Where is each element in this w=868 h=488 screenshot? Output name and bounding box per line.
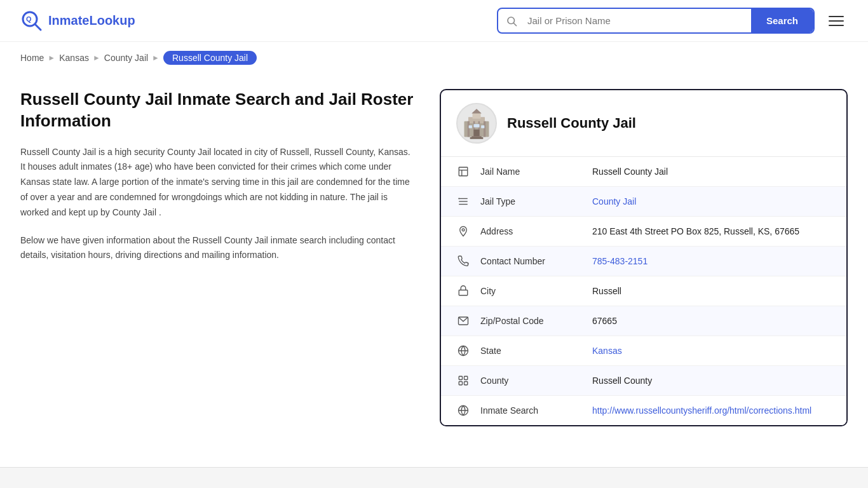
table-row: Address 210 East 4th Street PO Box 825, … bbox=[441, 217, 846, 247]
row-value-jail-type: County Jail bbox=[592, 196, 831, 207]
row-value-contact: 785-483-2151 bbox=[592, 256, 831, 266]
row-label-city: City bbox=[480, 286, 582, 296]
row-value-state: Kansas bbox=[592, 346, 831, 356]
inmate-search-link[interactable]: http://www.russellcountysheriff.org/html… bbox=[592, 405, 811, 416]
table-row: Jail Name Russell County Jail bbox=[441, 157, 846, 187]
breadcrumb-sep-1: ► bbox=[48, 53, 55, 62]
svg-rect-19 bbox=[459, 167, 468, 176]
mail-icon bbox=[456, 315, 470, 327]
search-button[interactable]: Search bbox=[751, 9, 813, 32]
site-header: Q InmateLookup Search bbox=[0, 0, 868, 42]
row-label-jail-type: Jail Type bbox=[480, 196, 582, 207]
breadcrumb-sep-2: ► bbox=[93, 53, 100, 62]
table-row: City Russell bbox=[441, 276, 846, 306]
svg-rect-27 bbox=[459, 290, 468, 295]
row-value-county: Russell County bbox=[592, 376, 831, 386]
header-right: Search bbox=[497, 8, 848, 34]
breadcrumb: Home ► Kansas ► County Jail ► Russell Co… bbox=[0, 42, 868, 74]
svg-rect-16 bbox=[473, 124, 479, 127]
svg-rect-10 bbox=[484, 121, 485, 137]
row-label-inmate-search: Inmate Search bbox=[480, 405, 582, 416]
footer-bar bbox=[0, 467, 868, 488]
svg-line-1 bbox=[35, 24, 41, 30]
jail-building-svg bbox=[460, 107, 493, 140]
svg-marker-8 bbox=[471, 109, 482, 113]
row-value-city: Russell bbox=[592, 286, 831, 296]
table-row: Zip/Postal Code 67665 bbox=[441, 306, 846, 336]
search-globe-icon bbox=[456, 405, 470, 416]
main-content: Russell County Jail Inmate Search and Ja… bbox=[0, 74, 868, 442]
list-icon bbox=[456, 196, 470, 207]
logo-link[interactable]: Q InmateLookup bbox=[20, 10, 135, 32]
table-row: State Kansas bbox=[441, 336, 846, 366]
row-label-contact: Contact Number bbox=[480, 256, 582, 266]
info-card-header: Russell County Jail bbox=[441, 90, 846, 157]
row-label-zip: Zip/Postal Code bbox=[480, 316, 582, 326]
info-card-title: Russell County Jail bbox=[507, 115, 636, 132]
row-value-jail-name: Russell County Jail bbox=[592, 166, 831, 177]
table-row: Inmate Search http://www.russellcountysh… bbox=[441, 396, 846, 425]
svg-rect-15 bbox=[481, 125, 484, 128]
right-panel: Russell County Jail Jail Name Russell Co… bbox=[440, 89, 848, 426]
left-panel: Russell County Jail Inmate Search and Ja… bbox=[20, 89, 440, 263]
svg-rect-32 bbox=[465, 376, 468, 379]
table-row: Jail Type County Jail bbox=[441, 187, 846, 217]
location-icon bbox=[456, 226, 470, 237]
city-icon bbox=[456, 285, 470, 297]
logo-text: InmateLookup bbox=[48, 13, 135, 28]
table-row: Contact Number 785-483-2151 bbox=[441, 247, 846, 276]
row-value-address: 210 East 4th Street PO Box 825, Russell,… bbox=[592, 226, 831, 236]
page-title: Russell County Jail Inmate Search and Ja… bbox=[20, 89, 414, 132]
svg-rect-9 bbox=[468, 121, 470, 137]
row-value-zip: 67665 bbox=[592, 316, 831, 326]
svg-point-26 bbox=[462, 229, 465, 231]
svg-rect-7 bbox=[473, 113, 481, 119]
county-jail-link[interactable]: County Jail bbox=[592, 196, 636, 207]
svg-rect-13 bbox=[473, 130, 479, 137]
svg-rect-31 bbox=[459, 376, 462, 379]
state-link[interactable]: Kansas bbox=[592, 346, 622, 356]
svg-point-3 bbox=[508, 17, 515, 24]
breadcrumb-home[interactable]: Home bbox=[20, 53, 44, 63]
row-label-jail-name: Jail Name bbox=[480, 166, 582, 177]
breadcrumb-sep-3: ► bbox=[152, 53, 159, 62]
row-label-address: Address bbox=[480, 226, 582, 236]
svg-rect-14 bbox=[469, 125, 472, 128]
svg-line-4 bbox=[514, 23, 517, 25]
search-bar-icon bbox=[498, 15, 525, 27]
hamburger-menu[interactable] bbox=[825, 12, 848, 30]
svg-point-25 bbox=[459, 198, 459, 199]
page-description-1: Russell County Jail is a high security C… bbox=[20, 145, 414, 220]
building-icon bbox=[456, 166, 470, 177]
svg-rect-34 bbox=[459, 382, 462, 385]
county-icon bbox=[456, 375, 470, 386]
phone-icon bbox=[456, 255, 470, 267]
svg-rect-18 bbox=[470, 137, 484, 139]
row-label-state: State bbox=[480, 346, 582, 356]
search-input[interactable] bbox=[525, 9, 751, 32]
svg-text:Q: Q bbox=[26, 15, 32, 23]
breadcrumb-county-jail[interactable]: County Jail bbox=[104, 53, 148, 63]
search-bar: Search bbox=[497, 8, 815, 34]
svg-rect-33 bbox=[465, 382, 468, 385]
logo-icon: Q bbox=[20, 10, 43, 32]
phone-link[interactable]: 785-483-2151 bbox=[592, 256, 648, 266]
jail-avatar bbox=[456, 103, 497, 144]
globe-icon bbox=[456, 345, 470, 356]
info-card: Russell County Jail Jail Name Russell Co… bbox=[440, 89, 848, 426]
page-description-2: Below we have given information about th… bbox=[20, 233, 414, 264]
row-value-inmate-search: http://www.russellcountysheriff.org/html… bbox=[592, 405, 831, 416]
breadcrumb-current: Russell County Jail bbox=[163, 51, 257, 65]
table-row: County Russell County bbox=[441, 366, 846, 396]
row-label-county: County bbox=[480, 376, 582, 386]
breadcrumb-kansas[interactable]: Kansas bbox=[59, 53, 89, 63]
